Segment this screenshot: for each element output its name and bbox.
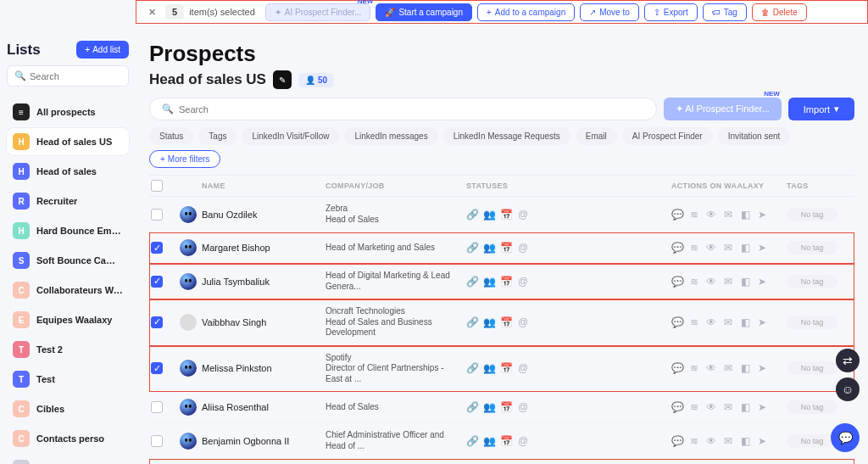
row-checkbox[interactable]: ✓ (151, 242, 163, 254)
row-checkbox[interactable] (151, 209, 163, 221)
sidebar-item[interactable]: H Head of sales US (7, 128, 129, 155)
people-icon: 👥 (483, 401, 495, 413)
filter-chip[interactable]: LinkedIn Message Requests (443, 127, 570, 145)
svg-point-5 (189, 278, 192, 282)
sidebar-item[interactable]: C Cibles (7, 395, 129, 422)
sidebar-search-input[interactable] (30, 71, 121, 81)
tag-button[interactable]: 🏷 Tag (703, 3, 747, 21)
tag-chip[interactable]: No tag (787, 316, 837, 329)
table-row[interactable]: Aliisa Rosenthal Head of Sales 🔗👥📅@ 💬≋👁✉… (149, 392, 854, 423)
avatar (180, 314, 197, 331)
tag-chip[interactable]: No tag (787, 434, 837, 448)
people-icon: 👥 (483, 362, 495, 374)
table-row[interactable]: ✓ Jade Folly Marketing & CRM Analyst 🔗👥📅… (149, 459, 854, 464)
table-row[interactable]: ✓ Melissa Pinkston SpotifyDirector of Cl… (149, 346, 854, 393)
prospect-name: Banu Ozdilek (202, 210, 320, 220)
row-checkbox[interactable] (151, 435, 163, 447)
send-icon: ➤ (756, 209, 768, 221)
sidebar-item[interactable]: S Soft Bounce Camp1 (7, 247, 129, 274)
avatar (180, 273, 197, 290)
tag-chip[interactable]: No tag (787, 361, 837, 375)
start-campaign-button[interactable]: 🚀 Start a campaign (376, 3, 472, 21)
send-icon: ➤ (756, 362, 768, 374)
sparkle-icon: ✦ (275, 8, 281, 17)
sidebar-item[interactable]: R Recruiter (7, 187, 129, 215)
edit-list-button[interactable]: ✎ (273, 70, 292, 89)
sidebar-item[interactable]: E Equipes Waalaxy (7, 306, 129, 333)
filter-chip[interactable]: Tags (198, 127, 236, 145)
prospect-name: Julia Tsymbaliuk (202, 277, 320, 287)
table-row[interactable]: ✓ Margaret Bishop Head of Marketing and … (149, 232, 854, 264)
sidebar-item[interactable]: W Waalaxy (free to test) (7, 455, 129, 464)
swap-button[interactable]: ⇄ (836, 349, 860, 372)
import-button[interactable]: Import ▾ (788, 98, 854, 120)
filter-chip[interactable]: AI Prospect Finder (622, 127, 713, 145)
calendar-icon: 📅 (500, 401, 512, 413)
icon-group: 🔗👥📅@ (466, 209, 568, 221)
help-button[interactable]: ☺ (836, 377, 860, 401)
more-filters-button[interactable]: + More filters (149, 150, 220, 168)
table-row[interactable]: Benjamin Ogbonna II Chief Administrative… (149, 423, 854, 459)
chat-icon: 💬 (671, 242, 683, 254)
calendar-icon: 📅 (500, 435, 512, 447)
filter-chip[interactable]: Status (149, 127, 193, 145)
table-row[interactable]: ✓ Julia Tsymbaliuk Head of Digital Marke… (149, 264, 854, 299)
row-checkbox[interactable]: ✓ (151, 276, 163, 288)
move-to-button[interactable]: ↗ Move to (580, 3, 639, 21)
sidebar-item[interactable]: H Hard Bounce Emails✕ (7, 217, 129, 244)
row-checkbox[interactable] (151, 401, 163, 413)
filter-chip[interactable]: LinkedIn Visit/Follow (242, 127, 339, 145)
tag-chip[interactable]: No tag (787, 208, 837, 221)
rss-icon: ≋ (688, 209, 700, 221)
main-search-input[interactable] (179, 104, 644, 115)
row-checkbox[interactable]: ✓ (151, 316, 163, 328)
tag-chip[interactable]: No tag (787, 400, 837, 414)
sidebar-item[interactable]: C Contacts perso (7, 425, 129, 452)
table-row[interactable]: Banu Ozdilek ZebraHead of Sales 🔗👥📅@ 💬≋👁… (149, 197, 854, 232)
mail-icon: ✉ (722, 209, 734, 221)
link-icon: 🔗 (466, 276, 478, 288)
people-icon: 👥 (483, 276, 495, 288)
people-icon: 👥 (483, 242, 495, 254)
icon-group: 💬≋👁✉◧➤ (671, 435, 782, 447)
sidebar-item[interactable]: T Test 2 (7, 336, 129, 363)
ai-prospect-finder-button[interactable]: ✦ AI Prospect Finder... NEW (664, 98, 782, 120)
sidebar-item[interactable]: T Test (7, 366, 129, 393)
add-to-campaign-button[interactable]: + Add to a campaign (477, 3, 575, 21)
svg-point-7 (189, 366, 192, 369)
tag-chip[interactable]: No tag (787, 241, 837, 254)
filter-chip[interactable]: Email (576, 127, 617, 145)
add-list-button[interactable]: + Add list (76, 41, 129, 59)
delete-button[interactable]: 🗑 Delete (752, 3, 807, 21)
list-icon: C (13, 282, 30, 299)
rss-icon: ≋ (688, 276, 700, 288)
col-tags: TAGS (787, 182, 837, 190)
export-button[interactable]: ⇪ Export (644, 3, 698, 21)
search-icon: 🔍 (162, 103, 174, 115)
row-checkbox[interactable]: ✓ (151, 362, 163, 374)
plus-icon: + (160, 154, 165, 164)
eye-icon: 👁 (705, 209, 717, 221)
sidebar-item-label: Collaborateurs Waalaxy (36, 285, 123, 295)
sidebar-search[interactable]: 🔍 (7, 65, 129, 87)
close-selection-button[interactable]: ✕ (143, 3, 160, 20)
select-all-checkbox[interactable] (151, 180, 163, 192)
prospect-name: Margaret Bishop (202, 243, 320, 253)
table-row[interactable]: ✓ Vaibbhav Singh Oncraft TechnologiesHea… (149, 299, 854, 346)
at-icon: @ (517, 401, 529, 413)
sidebar-item[interactable]: H Head of sales (7, 158, 129, 185)
sidebar-item[interactable]: C Collaborateurs Waalaxy (7, 277, 129, 304)
filter-chip[interactable]: Invitation sent (718, 127, 791, 145)
calendar-icon: 📅 (500, 316, 512, 328)
eye-icon: 👁 (705, 435, 717, 447)
main-search[interactable]: 🔍 (149, 98, 657, 120)
sidebar-item-label: Hard Bounce Emails✕ (36, 226, 123, 237)
chat-button[interactable]: 💬 (831, 423, 860, 452)
list-icon: S (13, 252, 30, 269)
filter-chip[interactable]: LinkedIn messages (344, 127, 437, 145)
sidebar-item[interactable]: ≡ All prospects (7, 98, 129, 126)
tag-chip[interactable]: No tag (787, 275, 837, 288)
plus-icon: + (85, 45, 90, 54)
at-icon: @ (517, 209, 529, 221)
ai-prospect-finder-button-top[interactable]: ✦ AI Prospect Finder... NEW (265, 3, 371, 21)
